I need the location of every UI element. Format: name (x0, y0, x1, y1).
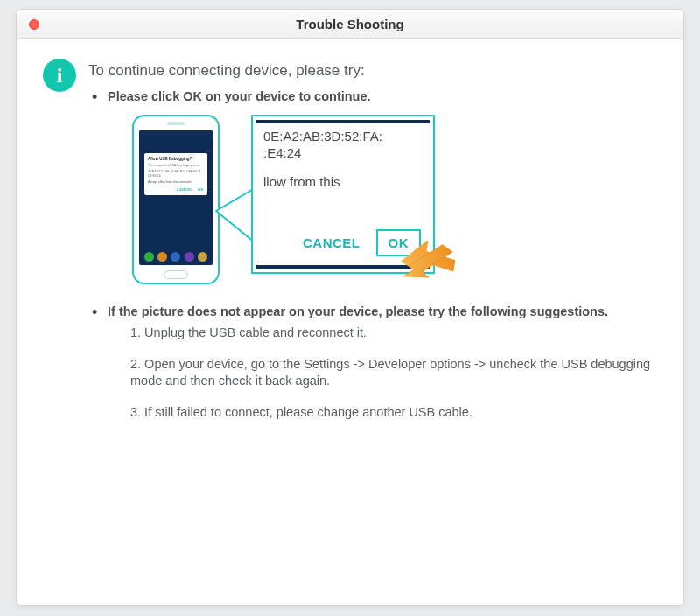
step-3: 3. If still failed to connect, please ch… (130, 404, 657, 422)
phone-speaker (167, 122, 185, 125)
main-column: To continue connecting device, please tr… (88, 62, 657, 605)
cancel-button[interactable]: CANCEL (303, 235, 360, 250)
phone-cancel-button: CANCEL (177, 187, 194, 192)
phone-statusbar (139, 130, 213, 137)
zoom-fingerprint-line2: :E4:24 (263, 145, 423, 162)
phone-mockup: Allow USB Debugging? The computer's RSA … (132, 115, 220, 284)
phone-dialog-buttons: CANCEL OK (148, 187, 204, 192)
phone-dialog-title: Allow USB Debugging? (148, 157, 204, 162)
dock-icon (158, 252, 167, 262)
phone-dialog-always: Always allow from this computer (148, 180, 204, 185)
info-icon: i (43, 59, 76, 92)
svg-marker-0 (216, 188, 255, 242)
bullet-click-ok: Please click OK on your device to contin… (88, 88, 657, 284)
phone-dock (143, 252, 209, 262)
dock-icon (185, 252, 194, 262)
bullet-no-picture-text: If the picture does not appear on your d… (108, 304, 608, 318)
content-area: i To continue connecting device, please … (17, 39, 683, 605)
callout-pointer-icon (216, 185, 255, 246)
instruction-list: Please click OK on your device to contin… (88, 88, 657, 421)
dock-icon (198, 252, 207, 262)
zoom-fingerprint-line1: 0E:A2:AB:3D:52:FA: (263, 129, 423, 145)
phone-home-button (164, 270, 188, 279)
titlebar: Trouble Shooting (17, 10, 683, 39)
suggestion-steps: 1. Unplug the USB cable and reconnect it… (108, 325, 657, 421)
troubleshooting-window: Trouble Shooting i To continue connectin… (16, 9, 684, 606)
arrow-icon (400, 241, 456, 281)
phone-usb-dialog: Allow USB Debugging? The computer's RSA … (144, 153, 207, 195)
page-heading: To continue connecting device, please tr… (88, 62, 657, 80)
window-title: Trouble Shooting (296, 17, 403, 32)
step-2: 2. Open your device, go to the Settings … (130, 356, 657, 390)
dock-icon (171, 252, 180, 262)
phone-dialog-body1: The computer's RSA Key fingerprint is: (148, 164, 204, 168)
phone-screen: Allow USB Debugging? The computer's RSA … (139, 130, 213, 265)
close-button[interactable] (29, 19, 39, 30)
step-1: 1. Unplug the USB cable and reconnect it… (130, 325, 657, 342)
illustration: Allow USB Debugging? The computer's RSA … (129, 115, 657, 284)
bullet-click-ok-text: Please click OK on your device to contin… (108, 89, 371, 103)
bullet-no-picture: If the picture does not appear on your d… (88, 304, 657, 421)
zoom-allow-fragment: llow from this (263, 174, 423, 189)
phone-dialog-body2: 45:B4:E7:21:0E:A2:AB:3D:52:FA:84:71:C4:E… (148, 170, 204, 178)
phone-ok-button: OK (198, 187, 204, 192)
dock-icon (144, 252, 154, 262)
